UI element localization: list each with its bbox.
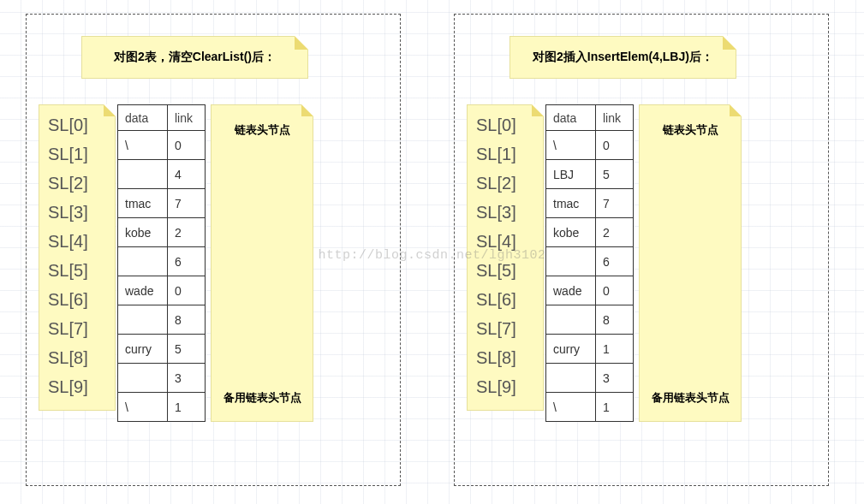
index-label: SL[0]	[48, 110, 106, 139]
table-row: 6	[546, 247, 634, 276]
index-label: SL[1]	[476, 139, 534, 169]
cell-link: 3	[168, 364, 206, 393]
head-node-label: 链表头节点	[640, 122, 741, 138]
cell-link: 8	[168, 305, 206, 335]
cell-link: 0	[596, 131, 634, 160]
cell-data: tmac	[546, 189, 596, 218]
right-desc-note: 链表头节点 备用链表头节点	[639, 104, 742, 422]
table-row: 4	[118, 160, 206, 189]
col-header-data: data	[546, 105, 596, 131]
index-label: SL[5]	[48, 256, 106, 285]
spare-head-node-label: 备用链表头节点	[212, 390, 313, 406]
figure-right: 对图2插入InsertElem(4,LBJ)后： SL[0] SL[1] SL[…	[467, 36, 818, 422]
cell-data: \	[546, 131, 596, 160]
left-title-note: 对图2表，清空ClearList()后：	[81, 36, 308, 79]
cell-link: 2	[596, 218, 634, 247]
col-header-link: link	[168, 105, 206, 131]
index-label: SL[5]	[476, 256, 534, 285]
cell-link: 1	[596, 393, 634, 422]
table-header-row: data link	[118, 105, 206, 131]
index-label: SL[8]	[476, 343, 534, 372]
cell-link: 1	[168, 393, 206, 422]
cell-data: curry	[118, 335, 168, 364]
right-index-labels: SL[0] SL[1] SL[2] SL[3] SL[4] SL[5] SL[6…	[467, 104, 544, 411]
cell-link: 7	[596, 189, 634, 218]
col-header-data: data	[118, 105, 168, 131]
cell-data	[118, 364, 168, 393]
cell-link: 5	[596, 160, 634, 189]
table-row: \1	[546, 393, 634, 422]
index-label: SL[0]	[476, 110, 534, 139]
table-row: curry1	[546, 335, 634, 364]
right-static-list-table: data link \0 LBJ5 tmac7 kobe2 6 wade0 8 …	[545, 104, 634, 422]
cell-data	[118, 160, 168, 189]
head-node-label: 链表头节点	[212, 122, 313, 138]
cell-data: \	[118, 131, 168, 160]
left-title-text: 对图2表，清空ClearList()后：	[114, 50, 276, 65]
index-label: SL[7]	[48, 314, 106, 343]
table-row: 8	[118, 305, 206, 335]
index-label: SL[7]	[476, 314, 534, 343]
fold-icon	[295, 36, 308, 50]
cell-link: 5	[168, 335, 206, 364]
table-row: 3	[118, 364, 206, 393]
index-label: SL[2]	[48, 169, 106, 198]
table-row: \0	[118, 131, 206, 160]
cell-data	[546, 247, 596, 276]
cell-link: 8	[596, 305, 634, 335]
cell-link: 0	[168, 131, 206, 160]
table-header-row: data link	[546, 105, 634, 131]
index-label: SL[3]	[48, 198, 106, 227]
figure-left: 对图2表，清空ClearList()后： SL[0] SL[1] SL[2] S…	[39, 36, 390, 422]
left-desc-note: 链表头节点 备用链表头节点	[211, 104, 313, 422]
table-row: \1	[118, 393, 206, 422]
cell-data: curry	[546, 335, 596, 364]
cell-link: 2	[168, 218, 206, 247]
left-index-labels: SL[0] SL[1] SL[2] SL[3] SL[4] SL[5] SL[6…	[39, 104, 116, 411]
left-static-list-table: data link \0 4 tmac7 kobe2 6 wade0 8 cur…	[117, 104, 206, 422]
table-row: wade0	[546, 276, 634, 305]
cell-link: 6	[168, 247, 206, 276]
cell-data: tmac	[118, 189, 168, 218]
table-row: 3	[546, 364, 634, 393]
table-row: wade0	[118, 276, 206, 305]
table-row: \0	[546, 131, 634, 160]
table-row: kobe2	[118, 218, 206, 247]
cell-data	[546, 364, 596, 393]
index-label: SL[3]	[476, 198, 534, 227]
index-label: SL[2]	[476, 169, 534, 198]
index-label: SL[4]	[48, 227, 106, 256]
table-row: curry5	[118, 335, 206, 364]
cell-data: LBJ	[546, 160, 596, 189]
fold-icon	[104, 104, 116, 116]
cell-data	[118, 305, 168, 335]
fold-icon	[723, 36, 736, 50]
table-row: LBJ5	[546, 160, 634, 189]
cell-data: kobe	[546, 218, 596, 247]
cell-data: wade	[546, 276, 596, 305]
cell-link: 7	[168, 189, 206, 218]
table-row: 6	[118, 247, 206, 276]
right-title-text: 对图2插入InsertElem(4,LBJ)后：	[533, 50, 713, 65]
index-label: SL[6]	[48, 285, 106, 314]
cell-data	[546, 305, 596, 335]
col-header-link: link	[596, 105, 634, 131]
cell-link: 4	[168, 160, 206, 189]
cell-data	[118, 247, 168, 276]
cell-data: wade	[118, 276, 168, 305]
table-row: tmac7	[118, 189, 206, 218]
cell-link: 0	[596, 276, 634, 305]
index-label: SL[8]	[48, 343, 106, 372]
cell-link: 1	[596, 335, 634, 364]
right-title-note: 对图2插入InsertElem(4,LBJ)后：	[509, 36, 736, 79]
fold-icon	[730, 104, 742, 116]
cell-link: 0	[168, 276, 206, 305]
table-row: tmac7	[546, 189, 634, 218]
left-row-area: SL[0] SL[1] SL[2] SL[3] SL[4] SL[5] SL[6…	[39, 104, 390, 422]
cell-data: \	[546, 393, 596, 422]
cell-data: kobe	[118, 218, 168, 247]
fold-icon	[532, 104, 544, 116]
table-row: kobe2	[546, 218, 634, 247]
spare-head-node-label: 备用链表头节点	[640, 390, 741, 406]
index-label: SL[6]	[476, 285, 534, 314]
